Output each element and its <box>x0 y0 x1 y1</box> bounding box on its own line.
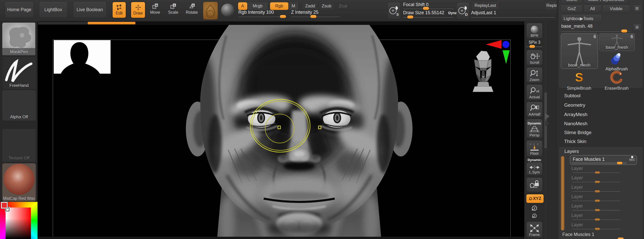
layers-title[interactable]: Layers <box>564 149 579 154</box>
draw-button[interactable]: Draw <box>131 2 146 18</box>
axis-x-arrow[interactable] <box>486 40 502 49</box>
layer-row-3-slider[interactable] <box>573 191 620 192</box>
tray-toggle-arrows[interactable] <box>544 113 551 127</box>
layer-row-4[interactable]: Layer <box>571 194 636 203</box>
layer-row-2[interactable]: Layer <box>571 175 636 184</box>
a-toggle[interactable]: A <box>238 2 247 10</box>
local-button[interactable] <box>526 177 543 192</box>
layer-active-handle[interactable] <box>617 162 622 164</box>
alpha-brush-item[interactable]: AlphaBrush <box>599 52 634 72</box>
hscroll-track[interactable] <box>38 22 88 24</box>
actual-button[interactable]: x1 Actual <box>526 84 543 100</box>
section-arraymesh[interactable]: ArrayMesh <box>564 112 587 117</box>
rotate-y-button[interactable]: Y <box>526 205 543 212</box>
layer-row-4-handle[interactable] <box>595 200 600 202</box>
axis-y-arrow[interactable] <box>503 50 510 64</box>
tool-thumb-large[interactable]: 6 base_mesh <box>561 33 598 69</box>
brush-picker-maskpen[interactable]: MaskPen <box>2 22 36 56</box>
simple-brush-item[interactable]: S SimpleBrush <box>561 70 597 91</box>
focal-shift-handle[interactable] <box>423 7 429 10</box>
layer-row-7[interactable]: Layer <box>571 222 636 231</box>
active-tool-slider[interactable] <box>561 31 630 31</box>
layer-row-5[interactable]: Layer <box>571 203 636 212</box>
live-boolean-button[interactable]: Live Boolean <box>73 2 106 18</box>
layer-active-row[interactable]: Face Muscles 1 REC <box>570 155 637 165</box>
lightbox-tools-button[interactable]: Lightbox▶Tools <box>561 14 602 23</box>
rgb-intensity-handle[interactable] <box>280 15 286 18</box>
layer-row-5-slider[interactable] <box>573 210 620 211</box>
section-thick-skin[interactable]: Thick Skin <box>564 139 586 144</box>
hscroll-thumb[interactable] <box>88 22 135 24</box>
zcut-toggle[interactable]: Zcut <box>336 2 350 10</box>
tray-close-arrow-icon[interactable] <box>545 120 550 126</box>
stroke-picker-freehand[interactable]: FreeHand <box>2 56 36 89</box>
zoom-button[interactable]: Zoom <box>526 67 543 83</box>
r-button-tool[interactable]: R <box>633 24 641 32</box>
spix-slider[interactable] <box>526 46 543 47</box>
layer-row-7-handle[interactable] <box>595 228 600 230</box>
all-button[interactable]: All <box>584 5 601 13</box>
z-intensity-handle[interactable] <box>310 15 316 18</box>
layers-scrollbar[interactable] <box>561 156 564 230</box>
draw-size-handle[interactable] <box>407 15 413 19</box>
persp-button[interactable]: Dynamic Persp <box>526 119 543 138</box>
rotate-button[interactable]: R Rotate <box>186 3 198 15</box>
tray-open-arrow-icon[interactable] <box>545 113 550 119</box>
draw-size-slider[interactable] <box>403 17 454 18</box>
axis-z-dot[interactable] <box>502 41 509 48</box>
move-button[interactable]: M Move <box>150 3 160 15</box>
layer-row-1[interactable]: Layer <box>571 166 636 174</box>
section-slime-bridge[interactable]: Slime Bridge <box>564 130 592 135</box>
layer-row-7-slider[interactable] <box>573 229 620 229</box>
floor-button[interactable]: x y z Floor <box>526 140 543 156</box>
layer-row-6[interactable]: Layer <box>571 213 636 221</box>
mrgb-toggle[interactable]: Mrgb <box>247 2 268 10</box>
make-polymesh3d-button[interactable]: Make PolyMesh3D <box>584 0 629 4</box>
home-page-button[interactable]: Home Page <box>5 2 34 18</box>
eraser-brush-item[interactable]: EraserBrush <box>599 70 634 91</box>
rotate-xyz-button[interactable]: XYZ <box>526 194 544 203</box>
layer-rec-toggle[interactable]: REC <box>629 156 635 161</box>
material-picker[interactable]: MatCap Red Wax <box>2 163 36 202</box>
lsym-button[interactable]: L.Sym <box>526 162 543 175</box>
tool-thumb-small[interactable]: 6 base_mesh <box>599 33 635 51</box>
spix-handle[interactable] <box>529 45 535 48</box>
frame-button[interactable]: Frame <box>526 221 543 238</box>
active-tool-handle[interactable] <box>621 29 627 33</box>
alpha-picker[interactable]: Alpha Off <box>2 90 36 121</box>
section-nanomesh[interactable]: NanoMesh <box>564 121 587 126</box>
goz-button[interactable]: GoZ <box>561 5 583 13</box>
rgb-intensity-slider[interactable] <box>238 16 287 17</box>
section-geometry[interactable]: Geometry <box>564 102 585 108</box>
visible-button[interactable]: Visible <box>602 5 630 13</box>
current-material-preview[interactable] <box>221 4 234 17</box>
sculpt-canvas[interactable] <box>38 25 524 239</box>
focal-shift-slider[interactable] <box>403 8 454 9</box>
layer-row-4-slider[interactable] <box>573 201 620 201</box>
m-toggle[interactable]: M <box>288 2 298 10</box>
layer-row-2-handle[interactable] <box>595 181 600 183</box>
tray-scrollbar-track[interactable] <box>544 21 547 239</box>
replay-last-button[interactable]: ReplayLast <box>471 2 499 10</box>
scroll-button[interactable]: Scroll <box>526 50 543 66</box>
layer-row-3-handle[interactable] <box>595 190 600 193</box>
layer-row-5-handle[interactable] <box>595 209 600 211</box>
scale-button[interactable]: S Scale <box>168 3 178 15</box>
layer-row-1-handle[interactable] <box>595 171 600 174</box>
current-brush-preview[interactable] <box>203 2 218 20</box>
z-intensity-slider[interactable] <box>291 16 339 17</box>
rgb-toggle[interactable]: Rgb <box>270 2 288 10</box>
color-sv-square[interactable] <box>6 208 31 239</box>
adjust-last-slider[interactable] <box>471 17 555 18</box>
layer-row-1-slider[interactable] <box>573 172 620 173</box>
r-button-top[interactable]: R <box>633 5 641 13</box>
aahalf-button[interactable]: AAHalf <box>526 102 543 117</box>
canvas-hscrollbar[interactable] <box>38 21 524 25</box>
edit-button[interactable]: Edit <box>112 2 126 18</box>
layer-row-6-handle[interactable] <box>595 218 600 221</box>
section-subtool[interactable]: Subtool <box>564 93 580 99</box>
layers-footer-handle[interactable] <box>618 237 624 239</box>
adjust-type-button[interactable]: D <box>456 2 470 19</box>
stroke-type-button[interactable]: S <box>387 2 401 19</box>
texture-picker[interactable]: Texture Off <box>2 129 36 162</box>
